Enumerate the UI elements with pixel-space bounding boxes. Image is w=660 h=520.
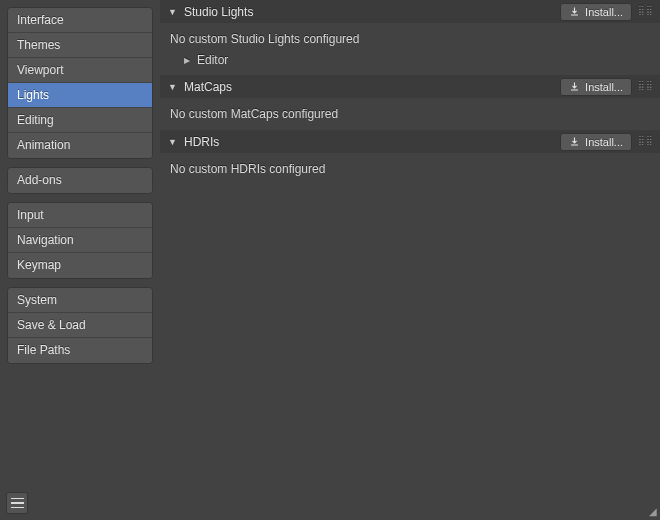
disclosure-down-icon: ▼ (168, 7, 178, 17)
download-icon (569, 6, 580, 17)
install-button[interactable]: Install... (560, 78, 632, 96)
drag-grip-icon[interactable]: ⠿⠿⠿⠿ (638, 139, 652, 145)
panel-header-matcaps[interactable]: ▼ MatCaps Install... ⠿⠿⠿⠿ (160, 75, 660, 98)
disclosure-right-icon: ▶ (184, 56, 190, 65)
install-button[interactable]: Install... (560, 3, 632, 21)
resize-handle-icon[interactable]: ◢ (649, 506, 657, 517)
sidebar-item-input[interactable]: Input (8, 203, 152, 228)
sidebar-item-interface[interactable]: Interface (8, 8, 152, 33)
hamburger-button[interactable] (6, 492, 28, 514)
drag-grip-icon[interactable]: ⠿⠿⠿⠿ (638, 9, 652, 15)
sidebar: Interface Themes Viewport Lights Editing… (0, 0, 160, 520)
sidebar-group: Input Navigation Keymap (7, 202, 153, 279)
install-button[interactable]: Install... (560, 133, 632, 151)
sidebar-item-saveload[interactable]: Save & Load (8, 313, 152, 338)
panel-title: Studio Lights (184, 5, 253, 19)
panel-body-hdris: No custom HDRIs configured (160, 153, 660, 185)
sidebar-item-lights[interactable]: Lights (8, 83, 152, 108)
panel-body-matcaps: No custom MatCaps configured (160, 98, 660, 130)
panel-title: HDRIs (184, 135, 219, 149)
sidebar-item-navigation[interactable]: Navigation (8, 228, 152, 253)
sidebar-item-filepaths[interactable]: File Paths (8, 338, 152, 363)
empty-message: No custom HDRIs configured (170, 159, 650, 179)
sidebar-group: Interface Themes Viewport Lights Editing… (7, 7, 153, 159)
empty-message: No custom MatCaps configured (170, 104, 650, 124)
sidebar-item-editing[interactable]: Editing (8, 108, 152, 133)
download-icon (569, 81, 580, 92)
main-panel: ▼ Studio Lights Install... ⠿⠿⠿⠿ No custo… (160, 0, 660, 520)
panel-title: MatCaps (184, 80, 232, 94)
panel-header-hdris[interactable]: ▼ HDRIs Install... ⠿⠿⠿⠿ (160, 130, 660, 153)
sidebar-item-viewport[interactable]: Viewport (8, 58, 152, 83)
sidebar-item-animation[interactable]: Animation (8, 133, 152, 158)
install-label: Install... (585, 136, 623, 148)
sidebar-item-addons[interactable]: Add-ons (8, 168, 152, 193)
sub-editor-row[interactable]: ▶ Editor (170, 49, 650, 69)
sidebar-item-keymap[interactable]: Keymap (8, 253, 152, 278)
panel-body-studiolights: No custom Studio Lights configured ▶ Edi… (160, 23, 660, 75)
editor-label: Editor (197, 53, 228, 67)
install-label: Install... (585, 81, 623, 93)
sidebar-group: System Save & Load File Paths (7, 287, 153, 364)
disclosure-down-icon: ▼ (168, 137, 178, 147)
sidebar-item-themes[interactable]: Themes (8, 33, 152, 58)
empty-message: No custom Studio Lights configured (170, 29, 650, 49)
install-label: Install... (585, 6, 623, 18)
drag-grip-icon[interactable]: ⠿⠿⠿⠿ (638, 84, 652, 90)
sidebar-item-system[interactable]: System (8, 288, 152, 313)
download-icon (569, 136, 580, 147)
sidebar-group: Add-ons (7, 167, 153, 194)
disclosure-down-icon: ▼ (168, 82, 178, 92)
panel-header-studiolights[interactable]: ▼ Studio Lights Install... ⠿⠿⠿⠿ (160, 0, 660, 23)
